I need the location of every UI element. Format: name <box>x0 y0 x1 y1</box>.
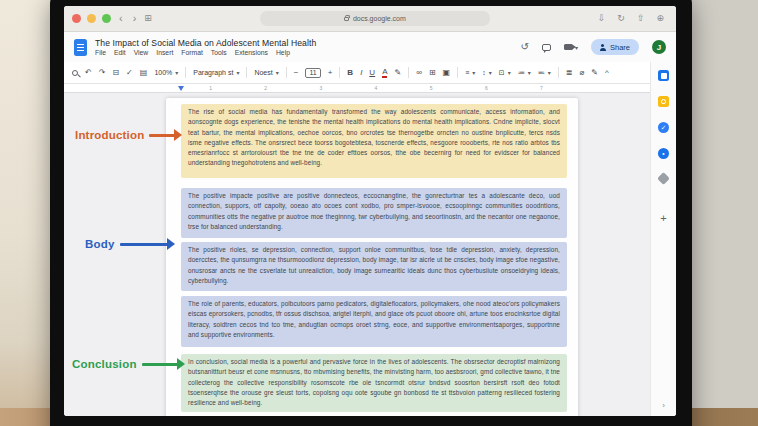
font-size-increase-icon[interactable]: + <box>328 69 333 77</box>
paragraph-body-2[interactable]: The positive rioles, se depression, conn… <box>181 242 567 291</box>
ruler-tick: 1 <box>209 85 212 91</box>
paragraph-style-select[interactable]: Paragraph st ▾ <box>193 69 239 76</box>
undo-icon[interactable]: ↶ <box>85 69 92 77</box>
chevron-down-icon: ▾ <box>508 69 511 76</box>
annotation-conclusion-label: Conclusion <box>72 358 137 370</box>
browser-sidebar-icon[interactable]: ⊞ <box>144 14 152 23</box>
menu-extensions[interactable]: Extensions <box>235 49 268 56</box>
document-canvas: The rise of social media has fundamental… <box>64 93 676 416</box>
ruler-numbers: 1 2 3 4 5 6 7 <box>183 85 569 91</box>
keep-icon[interactable] <box>658 96 669 107</box>
style-value: Paragraph st <box>193 69 233 76</box>
document-title[interactable]: The Impact of Social Media on Adolescent… <box>95 38 316 48</box>
person-icon <box>600 44 606 50</box>
font-size-field[interactable]: 11 <box>305 68 320 78</box>
maps-icon[interactable] <box>657 172 670 185</box>
font-size-decrease-icon[interactable]: − <box>294 69 299 77</box>
menu-view[interactable]: View <box>134 49 149 56</box>
menu-format[interactable]: Format <box>181 49 203 56</box>
print-icon[interactable]: ⊟ <box>112 69 119 77</box>
italic-icon[interactable]: I <box>360 69 362 77</box>
menu-insert[interactable]: Insert <box>156 49 173 56</box>
align-select[interactable]: ≡ ▾ <box>465 69 475 76</box>
downloads-icon[interactable]: ⇩ <box>598 14 606 23</box>
add-comment-icon[interactable]: ⊞ <box>429 69 436 77</box>
browser-chrome: ‹ › ⊞ docs.google.com ⇩ ↻ ⇧ ⊕ <box>64 6 676 32</box>
browser-back-icon[interactable]: ‹ <box>117 13 125 24</box>
video-camera-icon <box>564 44 573 50</box>
chevron-down-icon: ▾ <box>276 69 279 76</box>
paragraph-introduction[interactable]: The rise of social media has fundamental… <box>181 104 567 178</box>
address-bar[interactable]: docs.google.com <box>260 11 490 26</box>
search-menus-icon[interactable] <box>72 70 78 76</box>
annotation-introduction: Introduction <box>75 129 175 141</box>
paragraph-body-3[interactable]: The role of parents, educators, polbcuto… <box>181 296 567 347</box>
right-arrow-icon <box>149 134 175 137</box>
version-history-icon[interactable]: ↺ <box>521 42 529 52</box>
insert-link-icon[interactable]: ∞ <box>416 69 422 77</box>
right-arrow-icon <box>142 363 178 366</box>
menu-help[interactable]: Help <box>276 49 290 56</box>
window-zoom-icon[interactable] <box>102 14 111 23</box>
laptop-screen: ‹ › ⊞ docs.google.com ⇩ ↻ ⇧ ⊕ The Imp <box>64 6 676 416</box>
tasks-icon[interactable]: ✓ <box>658 122 669 133</box>
paragraph-conclusion[interactable]: In conclusion, social media is a powerfu… <box>181 354 567 412</box>
calendar-icon[interactable] <box>658 70 669 81</box>
ruler-tick: 7 <box>540 85 543 91</box>
url-text: docs.google.com <box>353 15 406 22</box>
share-button[interactable]: Share <box>591 39 639 55</box>
numbered-list-icon: ≕ <box>538 69 545 76</box>
checklist-select[interactable]: ⊡ ▾ <box>499 69 511 76</box>
ruler-tick: 4 <box>375 85 378 91</box>
laptop-bezel: ‹ › ⊞ docs.google.com ⇩ ↻ ⇧ ⊕ The Imp <box>50 0 692 426</box>
add-addon-icon[interactable]: + <box>660 212 666 224</box>
paint-format-icon[interactable]: ▤ <box>140 69 148 77</box>
account-avatar[interactable]: J <box>652 40 666 54</box>
chevron-down-icon: ▾ <box>472 69 475 76</box>
window-close-icon[interactable] <box>72 14 81 23</box>
hide-menus-icon[interactable]: ^ <box>605 69 609 77</box>
menu-file[interactable]: File <box>95 49 106 56</box>
line-spacing-select[interactable]: ↕ ▾ <box>482 69 492 76</box>
insert-image-icon[interactable]: ▣ <box>443 69 451 77</box>
ruler-tick: 5 <box>430 85 433 91</box>
underline-icon[interactable]: U <box>369 69 375 77</box>
docs-header: The Impact of Social Media on Adolescent… <box>64 32 676 62</box>
zoom-select[interactable]: 100% ▾ <box>154 69 178 76</box>
chevron-down-icon: ▾ <box>548 69 551 76</box>
bulleted-list-select[interactable]: ≔ ▾ <box>518 69 531 76</box>
reload-icon[interactable]: ↻ <box>617 14 625 23</box>
menu-tools[interactable]: Tools <box>211 49 227 56</box>
chevron-down-icon: ▾ <box>175 69 178 76</box>
clear-formatting-icon[interactable]: ⌀ <box>579 69 584 77</box>
menu-edit[interactable]: Edit <box>114 49 126 56</box>
docs-toolbar: ↶ ↷ ⊟ ✓ ▤ 100% ▾ Paragraph st ▾ Noest ▾ <box>64 62 676 84</box>
zoom-value: 100% <box>154 69 172 76</box>
new-tab-icon[interactable]: ⊕ <box>656 14 664 23</box>
share-page-icon[interactable]: ⇧ <box>637 14 645 23</box>
comments-icon[interactable] <box>542 44 551 51</box>
more-lists-icon[interactable]: ≣ <box>566 69 573 77</box>
paragraph-body-1[interactable]: The positive impacte positive are positi… <box>181 188 567 238</box>
docs-logo-icon[interactable] <box>74 39 87 56</box>
redo-icon[interactable]: ↷ <box>99 69 106 77</box>
chevron-down-icon: ▾ <box>489 69 492 76</box>
numbered-list-select[interactable]: ≕ ▾ <box>538 69 551 76</box>
text-color-icon[interactable]: A <box>382 68 387 78</box>
font-select[interactable]: Noest ▾ <box>254 69 278 76</box>
browser-forward-icon[interactable]: › <box>131 13 139 24</box>
collapse-panel-icon[interactable]: › <box>662 401 665 410</box>
spellcheck-icon[interactable]: ✓ <box>126 69 133 77</box>
meet-call-button[interactable]: ▾ <box>564 44 578 51</box>
contacts-icon[interactable]: • <box>658 148 669 159</box>
menu-bar: File Edit View Insert Format Tools Exten… <box>95 49 316 56</box>
annotation-body: Body <box>85 238 168 250</box>
ruler-tick: 3 <box>319 85 322 91</box>
chevron-down-icon: ▾ <box>236 69 239 76</box>
window-minimize-icon[interactable] <box>87 14 96 23</box>
ruler-tick: 6 <box>485 85 488 91</box>
annotation-conclusion: Conclusion <box>72 358 178 370</box>
bold-icon[interactable]: B <box>347 69 353 77</box>
editing-mode-icon[interactable]: ✎ <box>591 69 598 77</box>
highlight-color-icon[interactable]: ✎ <box>394 69 401 77</box>
